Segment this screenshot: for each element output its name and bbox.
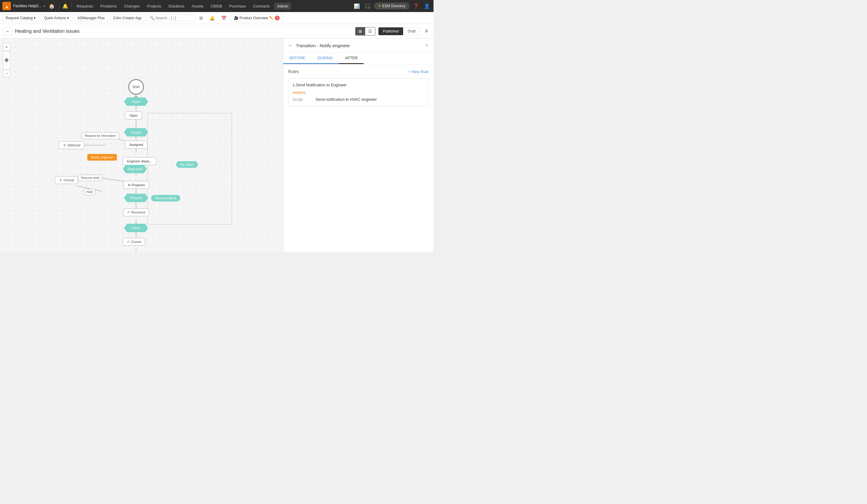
draft-button[interactable]: Draft (403, 28, 420, 35)
flow-canvas-area: + − (0, 39, 283, 252)
product-overview-button[interactable]: 🎥 Product Overview ✏️ 2 (231, 14, 283, 22)
rule-script-key: Script (292, 97, 311, 102)
zoom-slider[interactable] (3, 51, 10, 69)
panel-header: ← Transition - Notify engineer ✎ (283, 39, 434, 53)
app-chevron-icon[interactable]: ▾ (44, 4, 45, 8)
nav-assets[interactable]: Assets (189, 3, 206, 10)
reopen-transition[interactable]: Re Open (176, 161, 198, 168)
back-button[interactable]: ← (3, 27, 12, 35)
assign-transition[interactable]: Assign (124, 128, 148, 136)
resolved-rect: ✔ Resolved (123, 208, 149, 216)
rule-title: 1.Send Notification to Engineer (292, 83, 424, 87)
resume-work2-transition[interactable]: Resume Work (151, 195, 180, 201)
resume-work-transition[interactable]: Resume work (78, 175, 102, 181)
quick-actions-label: Quick Actions (44, 16, 66, 20)
open-state[interactable]: Open (125, 112, 142, 119)
closed-state[interactable]: ✔ Closed (123, 238, 145, 246)
search-box[interactable]: 🔍 (147, 14, 195, 21)
resume-work2-teal: Resume Work (151, 195, 180, 201)
withheld-rect: ⏸ Withheld (59, 141, 84, 149)
check2-icon: ✔ (127, 240, 130, 244)
request-info-transition[interactable]: Request for information (81, 132, 119, 139)
esm-directory-label: ESM Directory (382, 4, 406, 8)
resolved-state[interactable]: ✔ Resolved (123, 208, 149, 216)
start-work-transition[interactable]: Start work (123, 165, 147, 173)
nav-problems[interactable]: Problems (97, 3, 120, 10)
open-diamond: Open (124, 97, 148, 106)
open-transition[interactable]: Open (124, 97, 148, 106)
nav-requests[interactable]: Requests (74, 3, 96, 10)
chart-icon[interactable]: 📊 (353, 2, 361, 10)
nav-purchase[interactable]: Purchase (226, 3, 249, 10)
flow-diagram[interactable]: + − (0, 39, 283, 252)
notifications-icon[interactable]: 🔔 (61, 2, 69, 10)
nav-cmdb[interactable]: CMDB (208, 3, 225, 10)
workflow-title: Heating and Ventilation issues (15, 29, 352, 34)
reopen-teal: Re Open (176, 161, 198, 168)
nav-admin[interactable]: Admin (274, 3, 291, 10)
user-avatar[interactable]: 👤 (422, 2, 431, 10)
star-icon: ✦ (378, 4, 381, 8)
closed-rect: ✔ Closed (123, 238, 145, 246)
notification-bell-icon[interactable]: 🔔 (207, 14, 217, 22)
panel-edit-button[interactable]: ✎ (425, 43, 429, 48)
tab-during[interactable]: DURING (311, 53, 339, 64)
layout-icon[interactable]: ⊞ (197, 14, 205, 22)
rule-script-value: Send notification to HVAC engineer (315, 97, 377, 102)
view-toggle: ⊞ ☰ (355, 27, 375, 35)
close-transition[interactable]: Close (124, 224, 148, 232)
admanager-button[interactable]: ADManager Plus (74, 14, 108, 22)
nav-projects[interactable]: Projects (144, 3, 164, 10)
clock2-icon: ⏸ (59, 178, 62, 182)
zoom-out-button[interactable]: − (3, 70, 10, 77)
search-input[interactable] (156, 16, 192, 20)
top-navigation: 🔥 Facilities HelpD... ▾ 🏠 🔔 Requests Pro… (0, 0, 434, 12)
home-icon[interactable]: 🏠 (46, 2, 57, 10)
svg-rect-12 (148, 113, 232, 224)
zoom-in-button[interactable]: + (3, 43, 10, 51)
hold-transition[interactable]: Hold (84, 189, 95, 195)
list-view-button[interactable]: ☰ (365, 28, 375, 35)
diagram-view-button[interactable]: ⊞ (355, 28, 365, 35)
onhold-state[interactable]: ⏸ Onhold (55, 176, 78, 184)
check-icon: ✔ (127, 210, 130, 215)
rules-header: Rules + New Rule (288, 69, 429, 74)
request-catalog-button[interactable]: Request Catalog ▾ (2, 14, 39, 22)
in-progress-state[interactable]: In Progress (124, 181, 149, 189)
tab-after[interactable]: AFTER (339, 53, 364, 64)
rules-label: Rules (288, 69, 299, 74)
start-circle: Start (128, 79, 144, 95)
close-diamond: Close (124, 224, 148, 232)
notify-engineer-transition[interactable]: Notify engineer (87, 154, 117, 161)
more-options-button[interactable]: ≡ (423, 28, 430, 34)
clock-icon: ⏸ (63, 143, 66, 147)
assigned-state[interactable]: Assigned (125, 141, 148, 149)
nav-changes[interactable]: Changes (121, 3, 143, 10)
request-catalog-label: Request Catalog (6, 16, 32, 20)
zoom-controls: + − (3, 43, 10, 77)
tab-before[interactable]: BEFORE (283, 53, 311, 64)
withheld-state[interactable]: ⏸ Withheld (59, 141, 84, 149)
nav-divider2 (71, 3, 72, 9)
quick-actions-button[interactable]: Quick Actions ▾ (41, 14, 72, 22)
start-work-diamond: Start work (123, 165, 147, 173)
start-node[interactable]: Start (128, 79, 144, 95)
engineer-dispatched-state[interactable]: Engineer dispa... (122, 157, 157, 165)
help-icon[interactable]: ❓ (412, 2, 420, 10)
publish-draft-toggle: Published Draft (378, 28, 420, 35)
panel-back-button[interactable]: ← (288, 43, 293, 48)
dropdown-icon: ▾ (34, 16, 35, 20)
resolve-diamond: Resolve (124, 194, 148, 202)
resolve-transition[interactable]: Resolve (124, 194, 148, 202)
search-icon: 🔍 (150, 15, 154, 20)
calendar-icon[interactable]: 📅 (219, 14, 229, 22)
headset-icon[interactable]: 🎧 (363, 2, 372, 10)
nav-contracts[interactable]: Contracts (250, 3, 273, 10)
video-icon: 🎥 (234, 16, 238, 20)
new-rule-button[interactable]: + New Rule (408, 69, 429, 74)
esm-directory-button[interactable]: ✦ ESM Directory (374, 3, 409, 9)
admanager-label: ADManager Plus (77, 16, 105, 20)
zoho-creator-button[interactable]: Zoho Creator App (110, 14, 145, 22)
nav-solutions[interactable]: Solutions (165, 3, 187, 10)
published-button[interactable]: Published (378, 28, 403, 35)
